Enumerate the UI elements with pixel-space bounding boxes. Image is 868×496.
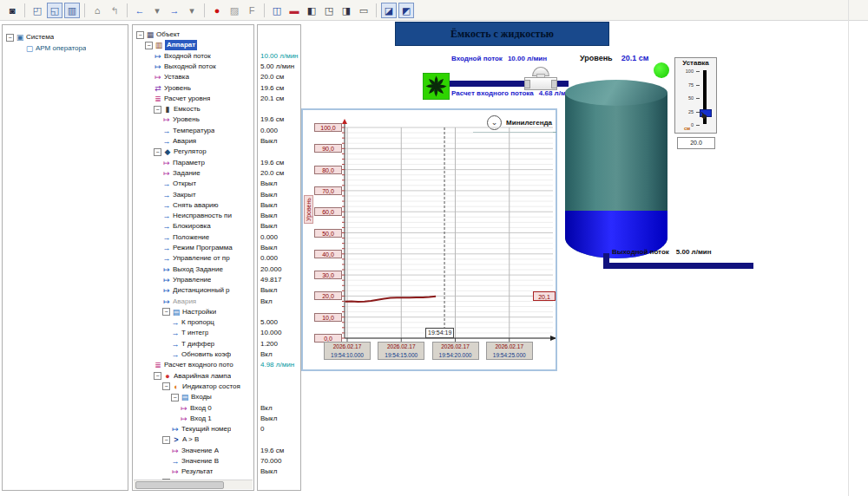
tree-row-value: Выкл (260, 190, 300, 200)
tree-row[interactable]: →Блокировка (162, 221, 253, 232)
monitor-doc-icon[interactable]: ◨ (339, 3, 354, 18)
tree-row[interactable]: −▦Объект (136, 29, 253, 40)
empty-frame-icon[interactable]: ▭ (356, 3, 372, 18)
toolbar-separator (204, 3, 205, 17)
setpoint-value-box[interactable]: 20.0 (677, 137, 715, 149)
tree-row[interactable]: ↦Уровень (162, 114, 253, 125)
up-level-icon[interactable]: ↰ (107, 3, 122, 18)
collapse-icon[interactable]: − (136, 31, 144, 39)
tree-row[interactable]: ↦Выходной поток (154, 62, 253, 72)
tree-row[interactable]: →Закрыт (162, 190, 253, 200)
tree-row[interactable]: −▤Настройки (162, 307, 253, 317)
output-arrow-icon: → (162, 222, 171, 231)
input-calc-label: Расчет входного потока4.68 л/мин (451, 89, 575, 97)
tree-row[interactable]: −▮Емкость (154, 104, 253, 114)
collapse-icon[interactable]: − (154, 148, 161, 156)
tree-row[interactable]: →Управление от пр (162, 253, 253, 264)
tree-node-system[interactable]: − ▣ Система (6, 32, 54, 42)
tree-row[interactable]: ↦Входной поток (154, 51, 253, 62)
tree-row[interactable]: ≣Расчет входного пото (154, 360, 253, 370)
scrollbar-thumb[interactable] (135, 481, 224, 489)
tile-windows-icon[interactable]: ◫ (269, 3, 285, 18)
tree-row[interactable]: →Неисправность пи (162, 211, 253, 221)
regulator-icon: ◆ (163, 147, 172, 156)
tree-row[interactable]: →Открыт (162, 179, 253, 189)
runtime-preview-icon[interactable]: ▨ (227, 3, 242, 18)
collapse-icon[interactable]: − (6, 34, 14, 42)
tree-row[interactable]: ⇄Уровень (154, 83, 253, 94)
input-flow-label: Входной поток10.00 л/мин (451, 55, 547, 62)
back-dropdown-icon[interactable]: ▾ (149, 3, 165, 18)
output-arrow-icon: → (171, 329, 180, 337)
tree-row[interactable]: −●Аварийная лампа (154, 371, 253, 382)
tree-node-arm-operator[interactable]: ▢ АРМ оператора (25, 43, 86, 54)
tree-row-value: 19.6 см (260, 114, 300, 125)
state-indicator-icon: ◐ (172, 382, 181, 391)
tree-row[interactable]: ↦Вход 0 (180, 403, 253, 414)
collapse-icon[interactable]: − (145, 42, 153, 49)
forward-icon[interactable]: → (167, 3, 182, 18)
tree-row[interactable]: ↦Уставка (154, 72, 253, 82)
y-tick-label: 70,0 (314, 186, 342, 195)
stop-icon[interactable]: ● (209, 3, 225, 18)
tank-level-label: Уровень20.1 см (580, 54, 648, 62)
tree-row[interactable]: ↦Выход Задание (162, 264, 253, 275)
new-window-icon[interactable]: ◰ (30, 3, 45, 18)
tank (565, 80, 667, 258)
collapse-icon[interactable]: − (154, 372, 161, 380)
card-icon[interactable]: ▬ (286, 3, 302, 18)
tree-row[interactable]: →Значение B (171, 456, 253, 467)
chart-columns-icon[interactable]: ▥ (64, 3, 80, 18)
home-icon[interactable]: ⌂ (89, 3, 105, 18)
tree-row[interactable]: ↦Авария (162, 297, 253, 307)
tree-row[interactable]: →Снять аварию (162, 200, 253, 211)
font-icon[interactable]: F (244, 3, 260, 18)
cascade-windows-icon[interactable]: ◱ (47, 3, 62, 18)
app-icon[interactable]: ◙ (4, 3, 20, 18)
tree-row-label: Аппарат (165, 40, 197, 50)
object-icon: ▦ (146, 30, 155, 39)
tree-row[interactable]: →Т интегр (171, 328, 253, 338)
tree-row[interactable]: ↦Значение A (171, 446, 253, 456)
tree-row[interactable]: −>A > B (162, 434, 253, 445)
tree-row[interactable]: ↦Дистанционный р (162, 285, 253, 296)
collapse-icon[interactable]: − (162, 308, 170, 316)
tree-row-value: 49.817 (260, 275, 300, 285)
tree-row[interactable]: ≣Расчет уровня (154, 94, 253, 104)
collapse-icon[interactable]: − (154, 106, 161, 114)
back-icon[interactable]: ← (132, 3, 148, 18)
collapse-icon[interactable]: − (162, 382, 170, 390)
tree-row[interactable]: −◐Индикатор состоя (162, 382, 253, 392)
restore-window-icon[interactable]: ◳ (321, 3, 337, 18)
tree-row[interactable]: →К пропорц (171, 317, 253, 328)
tree-row[interactable]: ↦Параметр (162, 158, 253, 168)
tree-row[interactable]: −▥Аппарат (145, 40, 253, 50)
cursor-time-label[interactable]: 19:54:19 (425, 328, 454, 338)
tree-row[interactable]: ↦Задание (162, 168, 253, 179)
valve-icon[interactable] (524, 77, 557, 90)
tree-row[interactable]: →Режим Программа (162, 243, 253, 253)
tree-row-label: Блокировка (173, 221, 211, 232)
monitor-chart-icon[interactable]: ◧ (304, 3, 319, 18)
horizontal-scrollbar[interactable] (134, 480, 253, 489)
tree-row[interactable]: →Авария (162, 136, 253, 147)
runtime-window-icon[interactable]: ◪ (381, 3, 397, 18)
tree-row[interactable]: →Т диффер (171, 339, 253, 349)
tree-row[interactable]: →Положение (162, 232, 253, 243)
forward-dropdown-icon[interactable]: ▾ (184, 3, 200, 18)
runtime-monitor-icon[interactable]: ◩ (398, 3, 414, 18)
tree-row[interactable]: ↦Текущий номер (171, 424, 253, 434)
tree-row[interactable]: ↦Вход 1 (180, 414, 253, 424)
system-tree-panel: − ▣ Система ▢ АРМ оператора (2, 24, 128, 491)
tree-row[interactable]: →Температура (162, 126, 253, 136)
tree-row[interactable]: ↦Управление (162, 275, 253, 285)
tree-row[interactable]: ↦Результат (171, 467, 253, 477)
tree-row[interactable]: −◆Регулятор (154, 147, 253, 157)
tree-row[interactable]: →Обновить коэф (171, 349, 253, 360)
tree-row[interactable]: −▤Входы (171, 392, 253, 402)
tree-row-value: 0.000 (260, 232, 300, 243)
collapse-icon[interactable]: − (171, 394, 179, 401)
collapse-icon[interactable]: − (162, 436, 170, 444)
tree-row-label: Закрыт (173, 190, 196, 200)
pump-fan-icon[interactable] (423, 73, 450, 100)
